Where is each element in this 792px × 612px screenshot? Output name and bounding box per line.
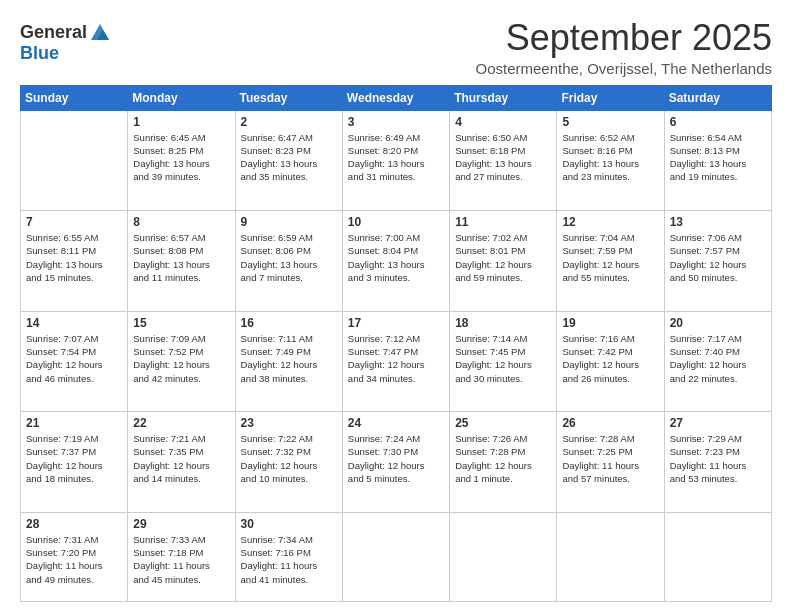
day-number: 26 <box>562 416 658 430</box>
table-row: 28Sunrise: 7:31 AMSunset: 7:20 PMDayligh… <box>21 512 128 601</box>
table-row: 12Sunrise: 7:04 AMSunset: 7:59 PMDayligh… <box>557 211 664 312</box>
table-row <box>557 512 664 601</box>
table-row <box>450 512 557 601</box>
cell-content: Sunrise: 7:12 AMSunset: 7:47 PMDaylight:… <box>348 332 444 385</box>
day-number: 10 <box>348 215 444 229</box>
table-row: 23Sunrise: 7:22 AMSunset: 7:32 PMDayligh… <box>235 412 342 513</box>
calendar-header-row: Sunday Monday Tuesday Wednesday Thursday… <box>21 85 772 110</box>
calendar-week-row: 21Sunrise: 7:19 AMSunset: 7:37 PMDayligh… <box>21 412 772 513</box>
day-number: 3 <box>348 115 444 129</box>
logo-general-text: General <box>20 23 87 43</box>
title-month: September 2025 <box>475 18 772 58</box>
calendar-week-row: 1Sunrise: 6:45 AMSunset: 8:25 PMDaylight… <box>21 110 772 211</box>
table-row: 2Sunrise: 6:47 AMSunset: 8:23 PMDaylight… <box>235 110 342 211</box>
cell-content: Sunrise: 7:14 AMSunset: 7:45 PMDaylight:… <box>455 332 551 385</box>
cell-content: Sunrise: 7:34 AMSunset: 7:16 PMDaylight:… <box>241 533 337 586</box>
table-row: 29Sunrise: 7:33 AMSunset: 7:18 PMDayligh… <box>128 512 235 601</box>
day-number: 12 <box>562 215 658 229</box>
calendar-week-row: 7Sunrise: 6:55 AMSunset: 8:11 PMDaylight… <box>21 211 772 312</box>
day-number: 27 <box>670 416 766 430</box>
title-block: September 2025 Oostermeenthe, Overijssel… <box>475 18 772 77</box>
table-row: 7Sunrise: 6:55 AMSunset: 8:11 PMDaylight… <box>21 211 128 312</box>
day-number: 11 <box>455 215 551 229</box>
day-number: 6 <box>670 115 766 129</box>
table-row: 1Sunrise: 6:45 AMSunset: 8:25 PMDaylight… <box>128 110 235 211</box>
table-row: 6Sunrise: 6:54 AMSunset: 8:13 PMDaylight… <box>664 110 771 211</box>
table-row: 20Sunrise: 7:17 AMSunset: 7:40 PMDayligh… <box>664 311 771 412</box>
table-row: 19Sunrise: 7:16 AMSunset: 7:42 PMDayligh… <box>557 311 664 412</box>
cell-content: Sunrise: 7:02 AMSunset: 8:01 PMDaylight:… <box>455 231 551 284</box>
cell-content: Sunrise: 6:45 AMSunset: 8:25 PMDaylight:… <box>133 131 229 184</box>
cell-content: Sunrise: 6:54 AMSunset: 8:13 PMDaylight:… <box>670 131 766 184</box>
table-row: 10Sunrise: 7:00 AMSunset: 8:04 PMDayligh… <box>342 211 449 312</box>
day-number: 4 <box>455 115 551 129</box>
day-number: 25 <box>455 416 551 430</box>
col-wednesday: Wednesday <box>342 85 449 110</box>
day-number: 22 <box>133 416 229 430</box>
day-number: 21 <box>26 416 122 430</box>
cell-content: Sunrise: 7:16 AMSunset: 7:42 PMDaylight:… <box>562 332 658 385</box>
day-number: 2 <box>241 115 337 129</box>
col-saturday: Saturday <box>664 85 771 110</box>
cell-content: Sunrise: 6:47 AMSunset: 8:23 PMDaylight:… <box>241 131 337 184</box>
calendar-table: Sunday Monday Tuesday Wednesday Thursday… <box>20 85 772 602</box>
cell-content: Sunrise: 6:59 AMSunset: 8:06 PMDaylight:… <box>241 231 337 284</box>
table-row: 4Sunrise: 6:50 AMSunset: 8:18 PMDaylight… <box>450 110 557 211</box>
table-row: 24Sunrise: 7:24 AMSunset: 7:30 PMDayligh… <box>342 412 449 513</box>
col-friday: Friday <box>557 85 664 110</box>
cell-content: Sunrise: 7:00 AMSunset: 8:04 PMDaylight:… <box>348 231 444 284</box>
table-row: 5Sunrise: 6:52 AMSunset: 8:16 PMDaylight… <box>557 110 664 211</box>
cell-content: Sunrise: 7:22 AMSunset: 7:32 PMDaylight:… <box>241 432 337 485</box>
cell-content: Sunrise: 7:31 AMSunset: 7:20 PMDaylight:… <box>26 533 122 586</box>
cell-content: Sunrise: 7:26 AMSunset: 7:28 PMDaylight:… <box>455 432 551 485</box>
cell-content: Sunrise: 7:19 AMSunset: 7:37 PMDaylight:… <box>26 432 122 485</box>
calendar-week-row: 14Sunrise: 7:07 AMSunset: 7:54 PMDayligh… <box>21 311 772 412</box>
day-number: 19 <box>562 316 658 330</box>
page: General Blue September 2025 Oostermeenth… <box>0 0 792 612</box>
day-number: 9 <box>241 215 337 229</box>
day-number: 28 <box>26 517 122 531</box>
day-number: 15 <box>133 316 229 330</box>
table-row: 26Sunrise: 7:28 AMSunset: 7:25 PMDayligh… <box>557 412 664 513</box>
day-number: 29 <box>133 517 229 531</box>
logo-icon <box>89 22 111 44</box>
table-row: 15Sunrise: 7:09 AMSunset: 7:52 PMDayligh… <box>128 311 235 412</box>
day-number: 20 <box>670 316 766 330</box>
table-row <box>342 512 449 601</box>
table-row: 17Sunrise: 7:12 AMSunset: 7:47 PMDayligh… <box>342 311 449 412</box>
cell-content: Sunrise: 7:21 AMSunset: 7:35 PMDaylight:… <box>133 432 229 485</box>
col-tuesday: Tuesday <box>235 85 342 110</box>
day-number: 1 <box>133 115 229 129</box>
cell-content: Sunrise: 7:17 AMSunset: 7:40 PMDaylight:… <box>670 332 766 385</box>
col-sunday: Sunday <box>21 85 128 110</box>
table-row: 9Sunrise: 6:59 AMSunset: 8:06 PMDaylight… <box>235 211 342 312</box>
day-number: 8 <box>133 215 229 229</box>
logo-blue-text: Blue <box>20 43 59 63</box>
day-number: 24 <box>348 416 444 430</box>
day-number: 30 <box>241 517 337 531</box>
cell-content: Sunrise: 7:24 AMSunset: 7:30 PMDaylight:… <box>348 432 444 485</box>
cell-content: Sunrise: 6:50 AMSunset: 8:18 PMDaylight:… <box>455 131 551 184</box>
header: General Blue September 2025 Oostermeenth… <box>20 18 772 77</box>
day-number: 16 <box>241 316 337 330</box>
cell-content: Sunrise: 7:28 AMSunset: 7:25 PMDaylight:… <box>562 432 658 485</box>
cell-content: Sunrise: 7:04 AMSunset: 7:59 PMDaylight:… <box>562 231 658 284</box>
cell-content: Sunrise: 6:55 AMSunset: 8:11 PMDaylight:… <box>26 231 122 284</box>
cell-content: Sunrise: 6:57 AMSunset: 8:08 PMDaylight:… <box>133 231 229 284</box>
cell-content: Sunrise: 6:52 AMSunset: 8:16 PMDaylight:… <box>562 131 658 184</box>
day-number: 14 <box>26 316 122 330</box>
day-number: 13 <box>670 215 766 229</box>
cell-content: Sunrise: 6:49 AMSunset: 8:20 PMDaylight:… <box>348 131 444 184</box>
calendar-week-row: 28Sunrise: 7:31 AMSunset: 7:20 PMDayligh… <box>21 512 772 601</box>
cell-content: Sunrise: 7:11 AMSunset: 7:49 PMDaylight:… <box>241 332 337 385</box>
table-row: 22Sunrise: 7:21 AMSunset: 7:35 PMDayligh… <box>128 412 235 513</box>
table-row: 21Sunrise: 7:19 AMSunset: 7:37 PMDayligh… <box>21 412 128 513</box>
logo: General Blue <box>20 22 111 64</box>
table-row: 8Sunrise: 6:57 AMSunset: 8:08 PMDaylight… <box>128 211 235 312</box>
table-row: 25Sunrise: 7:26 AMSunset: 7:28 PMDayligh… <box>450 412 557 513</box>
day-number: 23 <box>241 416 337 430</box>
day-number: 7 <box>26 215 122 229</box>
table-row: 11Sunrise: 7:02 AMSunset: 8:01 PMDayligh… <box>450 211 557 312</box>
table-row: 16Sunrise: 7:11 AMSunset: 7:49 PMDayligh… <box>235 311 342 412</box>
table-row: 18Sunrise: 7:14 AMSunset: 7:45 PMDayligh… <box>450 311 557 412</box>
